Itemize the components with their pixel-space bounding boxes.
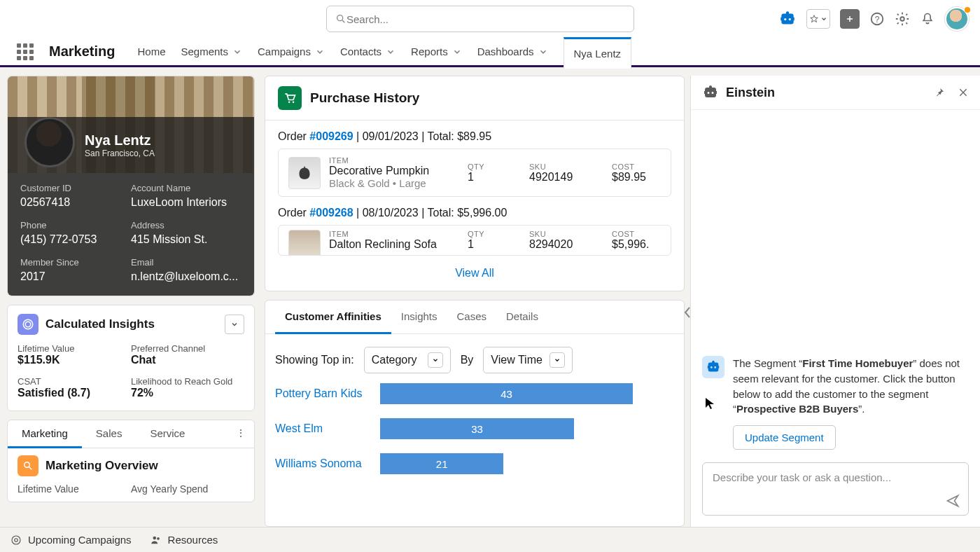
settings-button[interactable] xyxy=(895,11,910,27)
category-select[interactable]: Category xyxy=(364,347,451,373)
notifications-button[interactable] xyxy=(920,11,935,27)
collapse-icon[interactable] xyxy=(684,306,691,319)
nav-contacts[interactable]: Contacts xyxy=(340,37,396,67)
nav-home[interactable]: Home xyxy=(137,37,165,67)
likelihood: 72% xyxy=(131,387,244,399)
tab-cases[interactable]: Cases xyxy=(447,301,497,333)
chevron-down-icon xyxy=(386,47,396,57)
update-segment-button[interactable]: Update Segment xyxy=(733,425,836,450)
main-nav: Marketing Home Segments Campaigns Contac… xyxy=(0,38,980,67)
chevron-down-icon xyxy=(230,320,239,329)
svg-point-3 xyxy=(900,17,904,21)
cursor-icon xyxy=(705,397,715,410)
chevron-down-icon xyxy=(432,357,439,364)
target-icon xyxy=(10,534,22,546)
favorites-button[interactable] xyxy=(806,9,830,29)
member-since: 2017 xyxy=(20,270,131,283)
tab-sales[interactable]: Sales xyxy=(82,420,136,448)
calculated-insights-card: Calculated Insights Lifetime Value$115.9… xyxy=(7,305,255,411)
order-link[interactable]: #009269 xyxy=(309,130,353,142)
add-button[interactable] xyxy=(840,9,860,29)
bar-fill: 33 xyxy=(380,418,574,439)
bar-fill: 43 xyxy=(380,383,633,404)
svg-point-12 xyxy=(157,537,160,539)
app-launcher-icon[interactable] xyxy=(17,43,34,60)
tab-affinities[interactable]: Customer Affinities xyxy=(275,301,391,334)
einstein-bot-icon xyxy=(702,356,724,378)
nav-segments[interactable]: Segments xyxy=(181,37,242,67)
profile-card: Nya Lentz San Francisco, CA Customer ID0… xyxy=(7,76,255,296)
order-link[interactable]: #009268 xyxy=(309,207,353,219)
upcoming-campaigns-link[interactable]: Upcoming Campaigns xyxy=(10,534,132,546)
tab-insights[interactable]: Insights xyxy=(391,301,447,333)
bar-label[interactable]: Williams Sonoma xyxy=(275,457,373,470)
einstein-bot-icon xyxy=(702,84,719,101)
chevron-down-icon xyxy=(820,15,827,22)
svg-point-6 xyxy=(24,462,30,468)
einstein-title: Einstein xyxy=(726,85,927,100)
email: n.lentz@luxeloom.c... xyxy=(131,270,241,283)
chevron-down-icon xyxy=(315,47,325,57)
chevron-down-icon xyxy=(232,47,242,57)
tab-details[interactable]: Details xyxy=(496,301,548,333)
product-thumb xyxy=(288,157,321,189)
search-input[interactable] xyxy=(346,13,625,25)
bar-label[interactable]: West Elm xyxy=(275,422,373,435)
star-icon xyxy=(809,14,819,24)
overview-icon xyxy=(18,455,38,476)
bar-row: Pottery Barn Kids43 xyxy=(265,376,684,411)
app-name: Marketing xyxy=(49,43,115,60)
chevron-down-icon xyxy=(452,47,462,57)
item-name: Decorative Pumpkin xyxy=(329,165,462,177)
global-search[interactable] xyxy=(326,6,634,32)
purchase-history-card: Purchase History Order #009269 | 09/01/2… xyxy=(265,76,685,291)
overview-title: Marketing Overview xyxy=(46,459,244,473)
nav-dashboards[interactable]: Dashboards xyxy=(477,37,548,67)
svg-point-0 xyxy=(337,15,343,21)
user-avatar[interactable] xyxy=(945,7,969,31)
bar-row: Williams Sonoma21 xyxy=(265,446,684,481)
svg-point-5 xyxy=(23,319,33,329)
utility-bar: ? xyxy=(0,0,980,38)
csat: Satisfied (8.7) xyxy=(18,387,131,399)
nav-campaigns[interactable]: Campaigns xyxy=(258,37,325,67)
insights-icon xyxy=(18,314,38,335)
overview-card: Marketing Sales Service ⋮ Marketing Over… xyxy=(7,420,255,502)
people-icon xyxy=(150,534,162,546)
by-select[interactable]: View Time xyxy=(483,347,573,373)
nav-reports[interactable]: Reports xyxy=(411,37,462,67)
einstein-message: The Segment “First Time Homebuyer” does … xyxy=(702,356,969,450)
close-icon[interactable] xyxy=(958,87,969,98)
view-all-link[interactable]: View All xyxy=(265,256,684,291)
account-name: LuxeLoom Interiors xyxy=(131,196,241,209)
address: 415 Mission St. xyxy=(131,233,241,246)
send-icon[interactable] xyxy=(946,494,960,508)
einstein-input[interactable]: Describe your task or ask a question... xyxy=(702,462,969,516)
resources-link[interactable]: Resources xyxy=(150,534,218,546)
affinities-chart: Pottery Barn Kids43West Elm33Williams So… xyxy=(265,376,684,481)
pin-icon[interactable] xyxy=(934,87,945,98)
profile-name: Nya Lentz xyxy=(85,132,155,149)
svg-point-7 xyxy=(288,102,290,104)
preferred-channel: Chat xyxy=(131,354,244,366)
help-button[interactable]: ? xyxy=(869,11,885,27)
svg-point-4 xyxy=(25,322,31,327)
insights-menu-button[interactable] xyxy=(225,315,244,334)
einstein-icon[interactable] xyxy=(778,10,797,28)
einstein-panel: Einstein The Segment “First Time Homebuy… xyxy=(690,76,980,527)
tab-service[interactable]: Service xyxy=(136,420,199,448)
bar-row: West Elm33 xyxy=(265,411,684,446)
nav-record-tab[interactable]: Nya Lentz xyxy=(564,37,632,69)
purchase-history-title: Purchase History xyxy=(310,90,419,106)
plus-icon xyxy=(845,14,855,24)
svg-text:?: ? xyxy=(875,15,880,25)
profile-location: San Francisco, CA xyxy=(85,149,155,158)
svg-point-9 xyxy=(12,536,20,544)
insights-title: Calculated Insights xyxy=(46,317,218,331)
cart-icon xyxy=(278,86,302,110)
bell-icon xyxy=(920,12,934,26)
bar-label[interactable]: Pottery Barn Kids xyxy=(275,387,373,400)
product-thumb xyxy=(288,230,321,256)
tab-marketing[interactable]: Marketing xyxy=(8,420,82,448)
overview-more-button[interactable]: ⋮ xyxy=(227,420,254,448)
